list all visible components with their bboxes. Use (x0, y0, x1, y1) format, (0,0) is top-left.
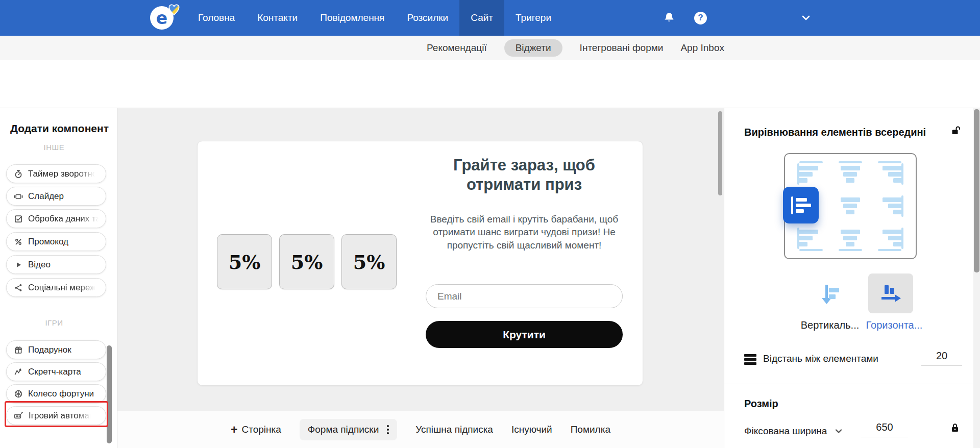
component-promo-code[interactable]: Промокод (6, 232, 106, 251)
slot-machine-icon (14, 411, 23, 420)
nav-item-home[interactable]: Головна (187, 0, 246, 36)
slider-icon (14, 192, 23, 201)
tab-widgets[interactable]: Віджети (504, 39, 562, 57)
nav-item-messages[interactable]: Повідомлення (309, 0, 396, 36)
section-label-games: Ігри (0, 318, 108, 327)
component-gift[interactable]: Подарунок (6, 340, 106, 359)
component-scratch-card[interactable]: Скретч-карта (6, 362, 106, 381)
tab-recommendations[interactable]: Рекомендації (427, 42, 487, 54)
section-label-other: Інше (0, 145, 108, 152)
align-bottom-left-button[interactable] (799, 227, 823, 250)
align-left-icon (791, 198, 811, 213)
component-fortune-wheel[interactable]: Колесо фортуни (6, 384, 106, 403)
email-input[interactable] (426, 284, 623, 308)
page-tab-success[interactable]: Успішна підписка (415, 424, 493, 435)
width-mode-select[interactable]: Фіксована ширина (744, 426, 843, 437)
components-sidebar: Додати компонент Інше Таймер зворотно Сл… (0, 108, 117, 448)
widget-title[interactable]: Грайте зараз, щоб отримати приз (426, 156, 623, 194)
canvas-scrollbar[interactable] (718, 111, 722, 195)
checkbox-icon (14, 214, 23, 223)
site-subnav: Рекомендації Віджети Інтегровані форми A… (0, 36, 980, 60)
vertical-label[interactable]: Вертикаль... (797, 319, 863, 331)
bell-icon (663, 11, 676, 24)
slot-reels: 5% 5% 5% (217, 234, 397, 289)
vertical-arrow-icon (818, 282, 843, 306)
spacing-label: Відстань між елементами (763, 353, 878, 364)
account-menu-button[interactable] (800, 0, 812, 36)
plus-icon: + (231, 424, 237, 436)
main-nav: Головна Контакти Повідомлення Розсилки С… (187, 0, 562, 36)
spin-button[interactable]: Крутити (426, 321, 623, 348)
scratch-icon (14, 367, 23, 377)
chevron-down-icon (800, 12, 812, 23)
align-top-right-button[interactable] (877, 163, 902, 185)
ukraine-heart-icon (167, 4, 181, 17)
spacing-icon (744, 354, 756, 365)
app-logo[interactable]: e (150, 6, 191, 32)
gift-icon (14, 345, 23, 355)
timer-icon (14, 169, 23, 179)
nav-item-triggers[interactable]: Тригери (504, 0, 562, 36)
slot-reel[interactable]: 5% (341, 234, 397, 289)
kebab-menu-icon[interactable] (385, 424, 391, 435)
editor-canvas: 5% 5% 5% Грайте зараз, щоб отримати приз… (117, 108, 724, 448)
slot-reel[interactable]: 5% (217, 234, 272, 289)
component-slot-machine[interactable]: Ігровий автомат (6, 406, 106, 425)
horizontal-arrow-icon (878, 281, 903, 306)
notifications-button[interactable] (663, 0, 676, 36)
align-middle-left-selected-button[interactable] (783, 187, 819, 223)
nav-item-campaigns[interactable]: Розсилки (396, 0, 459, 36)
component-social-networks[interactable]: Соціальні мережі (6, 278, 106, 297)
nav-item-contacts[interactable]: Контакти (246, 0, 309, 36)
tab-embedded-forms[interactable]: Інтегровані форми (580, 42, 664, 54)
align-top-left-button[interactable] (799, 163, 823, 185)
width-value-input[interactable]: 650 (861, 421, 908, 437)
horizontal-orientation-button[interactable] (868, 273, 913, 313)
share-icon (14, 283, 23, 292)
panel-divider (724, 384, 980, 384)
vertical-orientation-button[interactable] (814, 273, 847, 314)
widget-card[interactable]: 5% 5% 5% Грайте зараз, щоб отримати приз… (197, 141, 643, 386)
chevron-down-icon (834, 427, 843, 436)
spacing-value-input[interactable]: 20 (921, 350, 962, 366)
lock-icon[interactable] (950, 422, 960, 433)
alignment-grid (784, 153, 917, 259)
alignment-section-title: Вирівнювання елементів всередині (744, 127, 948, 138)
align-top-center-button[interactable] (838, 163, 863, 185)
pages-bar: + Сторінка Форма підписки Успішна підпис… (117, 411, 724, 448)
component-data-processing[interactable]: Обробка даних та (6, 209, 106, 228)
unlock-icon[interactable] (951, 126, 962, 136)
slot-reel[interactable]: 5% (279, 234, 334, 289)
sidebar-scrollbar[interactable] (107, 345, 112, 443)
page-tab-error[interactable]: Помилка (571, 424, 610, 435)
question-icon: ? (694, 12, 707, 24)
component-slider[interactable]: Слайдер (6, 187, 106, 206)
settings-panel: Вирівнювання елементів всередині (724, 108, 980, 448)
add-page-button[interactable]: + Сторінка (231, 424, 281, 436)
top-navbar: e Головна Контакти Повідомлення Розсилки… (0, 0, 980, 36)
page-tab-subscription-form[interactable]: Форма підписки (300, 419, 397, 440)
play-icon (14, 260, 23, 269)
horizontal-label[interactable]: Горизонта... (861, 319, 927, 331)
page-scrollbar[interactable] (974, 109, 979, 272)
align-middle-center-button[interactable] (838, 195, 863, 217)
sidebar-title: Додати компонент (10, 122, 109, 135)
help-button[interactable]: ? (694, 0, 707, 36)
component-countdown-timer[interactable]: Таймер зворотно (6, 164, 106, 183)
align-bottom-right-button[interactable] (877, 227, 902, 250)
widget-description[interactable]: Введіть свій email і крутіть барабани, щ… (427, 213, 621, 252)
tab-app-inbox[interactable]: App Inbox (680, 42, 724, 54)
percent-icon (14, 237, 23, 246)
nav-item-site[interactable]: Сайт (459, 0, 504, 36)
page-tab-existing[interactable]: Існуючий (511, 424, 552, 435)
align-bottom-center-button[interactable] (838, 227, 863, 250)
align-middle-right-button[interactable] (877, 195, 902, 217)
editor-toolbar: ✕ Зберегти (0, 60, 980, 108)
component-video[interactable]: Відео (6, 255, 106, 274)
size-section-title: Розмір (744, 398, 778, 410)
wheel-icon (14, 389, 23, 399)
